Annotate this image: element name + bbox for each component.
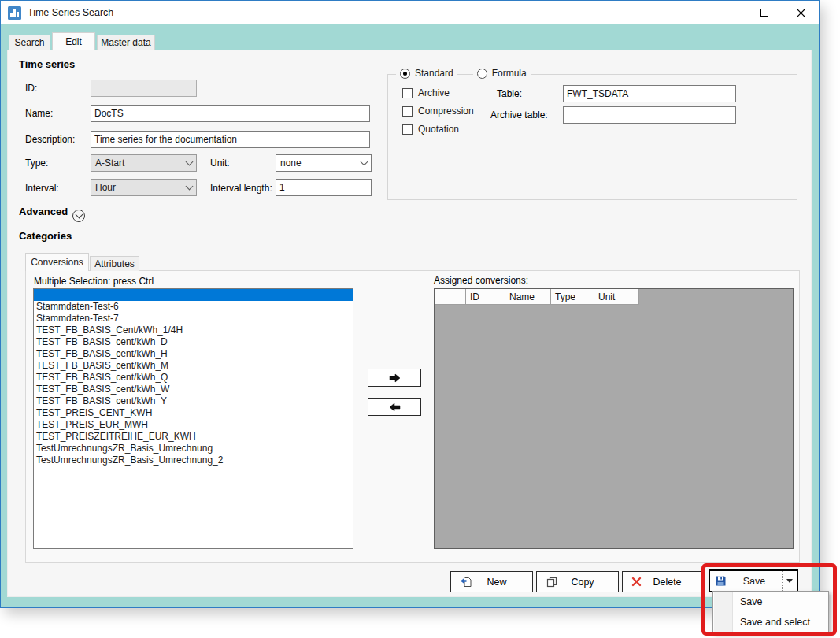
column-header[interactable]: Unit: [594, 289, 639, 305]
assigned-table-header: IDNameTypeUnit: [435, 289, 793, 305]
advanced-label: Advanced: [19, 206, 68, 217]
conversions-tab-page: Multiple Selection: press Ctrl Stammdate…: [25, 270, 800, 563]
list-item[interactable]: TEST_FB_BASIS_cent/kWh_Y: [34, 395, 353, 407]
tab-conversions-label: Conversions: [31, 257, 83, 268]
column-header[interactable]: ID: [466, 289, 505, 305]
list-item[interactable]: TEST_FB_BASIS_cent/kWh_Q: [34, 372, 353, 384]
chevron-down-icon: [186, 158, 194, 165]
compression-checkbox[interactable]: Compression: [402, 106, 474, 117]
interval-dropdown[interactable]: Hour: [91, 179, 197, 196]
unit-dropdown[interactable]: none: [276, 154, 372, 172]
arrow-right-icon: [388, 373, 401, 384]
list-item[interactable]: TEST_FB_BASIS_cent/kWh_M: [34, 360, 353, 372]
delete-button[interactable]: Delete: [622, 571, 705, 592]
checkbox-icon: [402, 124, 413, 135]
tab-search-label: Search: [14, 37, 44, 48]
radio-formula[interactable]: Formula: [473, 68, 531, 79]
list-item[interactable]: [34, 289, 353, 301]
unit-value: none: [280, 158, 361, 169]
list-item[interactable]: TEST_FB_BASIS_Cent/kWh_1/4H: [34, 325, 353, 336]
conversion-list[interactable]: Stammdaten-Test-6Stammdaten-Test-7TEST_F…: [33, 288, 353, 549]
type-dropdown[interactable]: A-Start: [91, 154, 197, 172]
menu-item-save-and-select[interactable]: Save and select: [713, 612, 828, 632]
menu-item-save[interactable]: Save: [713, 592, 828, 612]
table-field[interactable]: [563, 85, 736, 102]
new-button-label: New: [472, 577, 521, 588]
list-item[interactable]: Stammdaten-Test-7: [34, 313, 353, 325]
assigned-conversions-grid[interactable]: IDNameTypeUnit: [434, 288, 794, 549]
storage-groupbox: Standard Formula Archive Compression: [387, 74, 797, 200]
copy-icon: [546, 576, 558, 588]
list-item[interactable]: TEST_FB_BASIS_cent/kWh_W: [34, 384, 353, 395]
tab-attributes-label: Attributes: [94, 258, 135, 269]
unassign-left-button[interactable]: [368, 398, 421, 416]
archive-table-field[interactable]: [563, 106, 736, 124]
new-document-icon: [460, 576, 472, 588]
maximize-button[interactable]: [746, 1, 783, 24]
categories-heading: Categories: [19, 230, 72, 242]
advanced-section: Advanced: [19, 206, 85, 222]
tab-conversions[interactable]: Conversions: [25, 253, 89, 271]
column-header[interactable]: Name: [505, 289, 551, 305]
column-header[interactable]: [435, 289, 466, 305]
chevron-down-icon: [186, 182, 194, 190]
checkbox-icon: [402, 106, 413, 117]
quotation-checkbox[interactable]: Quotation: [402, 124, 459, 135]
chevron-down-icon: [361, 158, 368, 165]
tab-edit[interactable]: Edit: [52, 32, 95, 50]
assign-right-button[interactable]: [368, 369, 421, 387]
multi-selection-hint: Multiple Selection: press Ctrl: [34, 276, 154, 287]
interval-length-field[interactable]: [276, 179, 372, 196]
tab-master-data-label: Master data: [101, 37, 150, 48]
list-item[interactable]: TEST_PREIS_CENT_KWH: [34, 407, 353, 419]
archive-checkbox[interactable]: Archive: [402, 87, 450, 98]
table-label: Table:: [497, 88, 522, 99]
name-label: Name:: [25, 108, 53, 119]
list-item[interactable]: TEST_FB_BASIS_cent/kWh_D: [34, 336, 353, 348]
storage-mode-radios: Standard Formula: [396, 68, 531, 79]
delete-x-icon: [631, 577, 642, 587]
description-label: Description:: [25, 134, 75, 145]
window-title: Time Series Search: [28, 7, 113, 18]
tab-attributes[interactable]: Attributes: [90, 256, 139, 271]
name-field[interactable]: [91, 105, 370, 122]
id-field[interactable]: [91, 80, 197, 97]
tab-search[interactable]: Search: [9, 35, 50, 50]
compression-checkbox-label: Compression: [418, 106, 474, 117]
dropdown-arrow-icon: [786, 579, 793, 583]
time-series-heading: Time series: [19, 58, 75, 70]
list-item[interactable]: TEST_FB_BASIS_cent/kWh_H: [34, 348, 353, 360]
list-item[interactable]: TestUmrechnungsZR_Basis_Umrechnung: [34, 443, 353, 454]
column-header[interactable]: Type: [551, 289, 594, 305]
radio-standard[interactable]: Standard: [396, 68, 457, 79]
window-controls: [710, 1, 819, 24]
radio-selected-icon: [400, 69, 410, 79]
tab-master-data[interactable]: Master data: [97, 35, 155, 50]
type-label: Type:: [25, 158, 48, 169]
list-item[interactable]: TestUmrechnungsZR_Basis_Umrechnung_2: [34, 454, 353, 466]
type-value: A-Start: [95, 158, 187, 169]
list-item[interactable]: Stammdaten-Test-6: [34, 301, 353, 313]
expand-chevron-circle-icon[interactable]: [72, 210, 85, 222]
arrow-left-icon: [388, 402, 401, 413]
radio-unselected-icon: [477, 69, 487, 79]
save-button[interactable]: Save: [709, 569, 798, 592]
tab-edit-label: Edit: [65, 36, 82, 47]
list-item[interactable]: TEST_PREIS_EUR_MWH: [34, 419, 353, 431]
list-item[interactable]: TEST_PREISZEITREIHE_EUR_KWH: [34, 431, 353, 443]
close-button[interactable]: [783, 1, 819, 24]
quotation-checkbox-label: Quotation: [418, 124, 459, 135]
screenshot-canvas: Time Series Search Search Edit Master da…: [0, 0, 840, 638]
minimize-button[interactable]: [710, 1, 746, 24]
archive-table-label: Archive table:: [490, 109, 548, 121]
new-button[interactable]: New: [450, 571, 533, 592]
description-field[interactable]: [91, 131, 370, 148]
save-dropdown-menu: Save Save and select: [712, 591, 829, 633]
radio-standard-label: Standard: [415, 68, 453, 79]
save-dropdown-button[interactable]: [782, 571, 797, 591]
copy-button[interactable]: Copy: [536, 571, 619, 592]
save-floppy-icon: [715, 575, 727, 587]
unit-label: Unit:: [210, 158, 230, 169]
close-icon: [797, 9, 805, 17]
interval-value: Hour: [95, 182, 187, 193]
